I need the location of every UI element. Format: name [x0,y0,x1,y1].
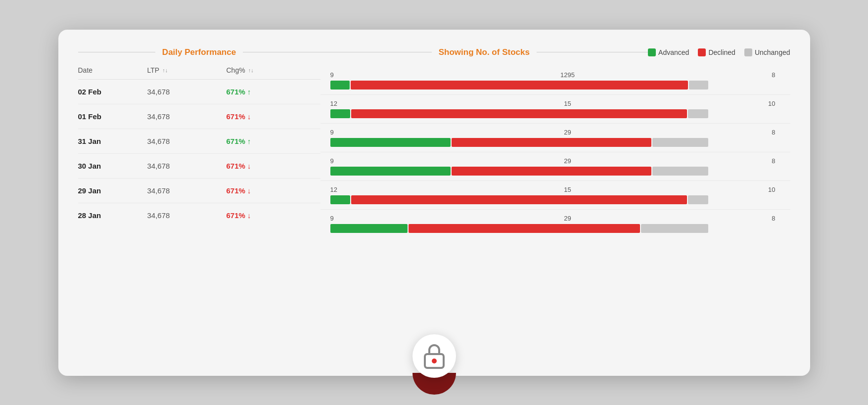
bar-labels: 9 29 8 [330,129,790,136]
bar-row: 9 29 8 [320,152,790,181]
bar-track [330,167,790,176]
legend-dot-red [698,48,706,56]
cell-chg: 671% ↓ [227,112,320,121]
bar-track [330,138,790,147]
chg-sort-icon[interactable]: ↑↓ [248,67,254,73]
table-row: 02 Feb 34,678 671% ↑ [78,80,320,104]
bar-gray [652,167,708,176]
bar-gray [689,81,708,90]
left-panel: Daily Performance Date LTP ↑↓ Chg% ↑↓ 02… [78,47,320,238]
bar-adv-label: 9 [330,129,334,136]
bar-red [351,109,687,118]
bar-dec-label: 1295 [364,71,772,79]
legend: Advanced Declined Unchanged [648,48,790,56]
bar-row: 9 29 8 [320,210,790,238]
legend-unchanged: Unchanged [744,48,790,56]
bar-green [330,138,451,147]
stocks-title: Showing No. of Stocks [432,47,537,57]
bar-track [330,109,790,118]
table-row: 31 Jan 34,678 671% ↑ [78,129,320,154]
bar-red [351,81,688,90]
bar-unch-label: 8 [772,215,775,222]
table-body: 02 Feb 34,678 671% ↑ 01 Feb 34,678 671% … [78,80,320,227]
table-header: Date LTP ↑↓ Chg% ↑↓ [78,66,320,80]
bar-track [330,224,790,233]
legend-dot-gray [744,48,752,56]
chg-arrow-icon: ↓ [247,112,251,121]
table-row: 01 Feb 34,678 671% ↓ [78,104,320,129]
bar-track [330,195,790,204]
bar-row: 12 15 10 [320,181,790,210]
bar-red [452,138,651,147]
bar-adv-label: 9 [330,215,334,222]
cell-date: 30 Jan [78,162,147,170]
bar-adv-label: 12 [330,100,337,107]
chg-arrow-icon: ↓ [247,211,251,220]
bar-dec-label: 15 [367,100,768,107]
cell-date: 31 Jan [78,137,147,145]
legend-declined: Declined [698,48,735,56]
legend-dot-green [648,48,656,56]
bar-labels: 12 15 10 [330,186,790,193]
cell-ltp: 34,678 [147,186,227,195]
cell-date: 01 Feb [78,112,147,121]
cell-date: 28 Jan [78,211,147,220]
bar-gray [652,138,708,147]
cell-ltp: 34,678 [147,211,227,220]
bar-unch-label: 8 [772,129,775,136]
lock-container [412,334,456,395]
bar-adv-label: 9 [330,71,334,79]
bar-labels: 9 29 8 [330,215,790,222]
cell-chg: 671% ↓ [227,211,320,220]
bar-green [330,109,350,118]
bar-labels: 12 15 10 [330,100,790,107]
bar-dec-label: 15 [367,186,768,193]
bar-unch-label: 8 [772,71,775,79]
bar-row: 9 29 8 [320,124,790,152]
bar-body: 9 1295 8 12 15 10 9 29 8 [320,66,790,238]
legend-declined-label: Declined [708,48,735,56]
header-date: Date [78,66,147,74]
bar-green [330,81,350,90]
bar-red [351,195,687,204]
chg-arrow-icon: ↓ [247,162,251,170]
left-title-row: Daily Performance [78,47,320,57]
right-title-line-2 [537,52,648,52]
bar-red [409,224,640,233]
bar-unch-label: 8 [772,157,775,165]
cell-chg: 671% ↑ [227,137,320,145]
legend-advanced: Advanced [648,48,689,56]
header-chg: Chg% ↑↓ [227,66,320,74]
bar-dec-label: 29 [364,215,772,222]
left-title-line [78,52,155,52]
cell-ltp: 34,678 [147,88,227,96]
bar-gray [688,109,708,118]
right-title-line [320,52,432,52]
lock-icon [422,342,446,370]
cell-date: 02 Feb [78,88,147,96]
cell-ltp: 34,678 [147,137,227,145]
cell-chg: 671% ↓ [227,186,320,195]
bar-track [330,81,790,90]
bar-row: 9 1295 8 [320,66,790,95]
bar-red [452,167,651,176]
legend-advanced-label: Advanced [658,48,689,56]
legend-unchanged-label: Unchanged [755,48,790,56]
cell-ltp: 34,678 [147,162,227,170]
table-row: 29 Jan 34,678 671% ↓ [78,179,320,203]
chg-arrow-icon: ↓ [247,186,251,195]
bar-gray [641,224,708,233]
cell-chg: 671% ↑ [227,88,320,96]
right-panel: Showing No. of Stocks Advanced Declined … [320,47,790,238]
header-ltp: LTP ↑↓ [147,66,227,74]
bar-adv-label: 9 [330,157,334,165]
ltp-sort-icon[interactable]: ↑↓ [162,67,168,73]
bar-green [330,224,408,233]
bar-unch-label: 10 [768,100,775,107]
bar-green [330,195,350,204]
chg-arrow-icon: ↑ [247,137,251,145]
cell-ltp: 34,678 [147,112,227,121]
main-card: Daily Performance Date LTP ↑↓ Chg% ↑↓ 02… [58,30,810,376]
bar-labels: 9 29 8 [330,157,790,165]
daily-performance-title: Daily Performance [155,47,243,57]
